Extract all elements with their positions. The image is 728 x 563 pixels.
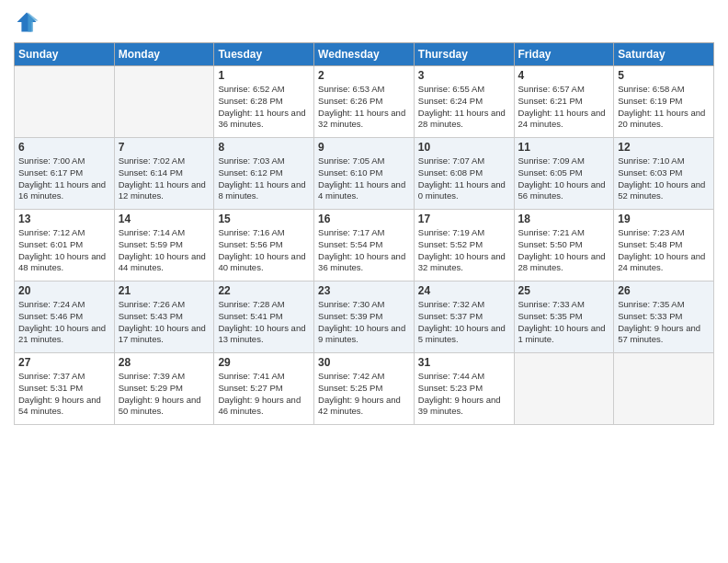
day-number: 18 [518,213,610,225]
calendar-cell: 19Sunrise: 7:23 AMSunset: 5:48 PMDayligh… [614,210,714,282]
day-info: Sunrise: 7:35 AMSunset: 5:33 PMDaylight:… [618,299,710,346]
day-info: Sunrise: 6:53 AMSunset: 6:26 PMDaylight:… [318,84,410,131]
calendar-cell: 6Sunrise: 7:00 AMSunset: 6:17 PMDaylight… [15,138,115,210]
day-info: Sunrise: 7:16 AMSunset: 5:56 PMDaylight:… [218,227,310,274]
calendar-cell: 15Sunrise: 7:16 AMSunset: 5:56 PMDayligh… [214,210,314,282]
day-info: Sunrise: 7:24 AMSunset: 5:46 PMDaylight:… [18,299,110,346]
day-info: Sunrise: 7:37 AMSunset: 5:31 PMDaylight:… [18,371,110,418]
day-number: 25 [518,284,610,297]
day-number: 9 [318,141,410,154]
day-number: 16 [318,213,410,225]
calendar-cell: 21Sunrise: 7:26 AMSunset: 5:43 PMDayligh… [114,282,214,353]
calendar-week-row: 13Sunrise: 7:12 AMSunset: 6:01 PMDayligh… [15,210,714,282]
weekday-header: Saturday [614,43,714,66]
calendar-cell: 2Sunrise: 6:53 AMSunset: 6:26 PMDaylight… [314,66,415,138]
svg-marker-0 [17,13,37,32]
day-number: 21 [119,284,210,297]
day-info: Sunrise: 7:10 AMSunset: 6:03 PMDaylight:… [618,155,710,202]
day-number: 24 [418,284,510,297]
day-number: 31 [418,356,510,369]
logo-icon [14,9,40,35]
calendar-cell: 27Sunrise: 7:37 AMSunset: 5:31 PMDayligh… [15,353,115,425]
day-number: 4 [518,69,610,82]
day-number: 3 [418,69,510,82]
weekday-header: Friday [514,43,614,66]
day-info: Sunrise: 7:33 AMSunset: 5:35 PMDaylight:… [518,299,610,346]
day-info: Sunrise: 7:41 AMSunset: 5:27 PMDaylight:… [218,371,310,418]
day-info: Sunrise: 7:00 AMSunset: 6:17 PMDaylight:… [18,155,110,202]
svg-marker-1 [28,13,38,32]
day-info: Sunrise: 6:58 AMSunset: 6:19 PMDaylight:… [618,84,710,131]
calendar-cell: 3Sunrise: 6:55 AMSunset: 6:24 PMDaylight… [414,66,514,138]
calendar-table: SundayMondayTuesdayWednesdayThursdayFrid… [14,42,714,425]
calendar-cell: 31Sunrise: 7:44 AMSunset: 5:23 PMDayligh… [414,353,514,425]
calendar-cell: 22Sunrise: 7:28 AMSunset: 5:41 PMDayligh… [214,282,314,353]
day-info: Sunrise: 6:55 AMSunset: 6:24 PMDaylight:… [418,84,510,131]
calendar-cell [114,66,214,138]
day-info: Sunrise: 7:12 AMSunset: 6:01 PMDaylight:… [18,227,110,274]
day-info: Sunrise: 7:05 AMSunset: 6:10 PMDaylight:… [318,155,410,202]
day-info: Sunrise: 6:57 AMSunset: 6:21 PMDaylight:… [518,84,610,131]
calendar-cell [514,353,614,425]
day-info: Sunrise: 7:03 AMSunset: 6:12 PMDaylight:… [218,155,310,202]
day-number: 14 [119,213,210,225]
day-number: 22 [218,284,310,297]
weekday-header: Wednesday [314,43,415,66]
day-number: 30 [318,356,410,369]
calendar-cell: 16Sunrise: 7:17 AMSunset: 5:54 PMDayligh… [314,210,415,282]
calendar-cell: 7Sunrise: 7:02 AMSunset: 6:14 PMDaylight… [114,138,214,210]
calendar-header-row: SundayMondayTuesdayWednesdayThursdayFrid… [15,43,714,66]
day-number: 1 [218,69,310,82]
calendar-cell: 20Sunrise: 7:24 AMSunset: 5:46 PMDayligh… [15,282,115,353]
calendar-cell: 23Sunrise: 7:30 AMSunset: 5:39 PMDayligh… [314,282,415,353]
weekday-header: Sunday [15,43,115,66]
page-header [14,9,714,35]
day-info: Sunrise: 7:26 AMSunset: 5:43 PMDaylight:… [119,299,210,346]
calendar-cell: 17Sunrise: 7:19 AMSunset: 5:52 PMDayligh… [414,210,514,282]
day-info: Sunrise: 7:23 AMSunset: 5:48 PMDaylight:… [618,227,710,274]
day-info: Sunrise: 7:42 AMSunset: 5:25 PMDaylight:… [318,371,410,418]
day-info: Sunrise: 7:07 AMSunset: 6:08 PMDaylight:… [418,155,510,202]
day-info: Sunrise: 6:52 AMSunset: 6:28 PMDaylight:… [218,84,310,131]
calendar-week-row: 6Sunrise: 7:00 AMSunset: 6:17 PMDaylight… [15,138,714,210]
calendar-cell: 1Sunrise: 6:52 AMSunset: 6:28 PMDaylight… [214,66,314,138]
day-info: Sunrise: 7:14 AMSunset: 5:59 PMDaylight:… [119,227,210,274]
day-number: 10 [418,141,510,154]
day-number: 17 [418,213,510,225]
calendar-cell: 29Sunrise: 7:41 AMSunset: 5:27 PMDayligh… [214,353,314,425]
day-info: Sunrise: 7:30 AMSunset: 5:39 PMDaylight:… [318,299,410,346]
day-number: 12 [618,141,710,154]
day-number: 28 [119,356,210,369]
calendar-cell: 4Sunrise: 6:57 AMSunset: 6:21 PMDaylight… [514,66,614,138]
weekday-header: Monday [114,43,214,66]
calendar-cell: 24Sunrise: 7:32 AMSunset: 5:37 PMDayligh… [414,282,514,353]
calendar-cell: 14Sunrise: 7:14 AMSunset: 5:59 PMDayligh… [114,210,214,282]
day-number: 15 [218,213,310,225]
calendar-week-row: 27Sunrise: 7:37 AMSunset: 5:31 PMDayligh… [15,353,714,425]
logo [14,9,43,35]
calendar-cell: 26Sunrise: 7:35 AMSunset: 5:33 PMDayligh… [614,282,714,353]
day-info: Sunrise: 7:39 AMSunset: 5:29 PMDaylight:… [119,371,210,418]
day-info: Sunrise: 7:17 AMSunset: 5:54 PMDaylight:… [318,227,410,274]
page-container: SundayMondayTuesdayWednesdayThursdayFrid… [0,0,728,434]
day-number: 5 [618,69,710,82]
weekday-header: Tuesday [214,43,314,66]
day-info: Sunrise: 7:09 AMSunset: 6:05 PMDaylight:… [518,155,610,202]
day-info: Sunrise: 7:32 AMSunset: 5:37 PMDaylight:… [418,299,510,346]
day-number: 13 [18,213,110,225]
day-info: Sunrise: 7:44 AMSunset: 5:23 PMDaylight:… [418,371,510,418]
day-number: 29 [218,356,310,369]
calendar-cell: 10Sunrise: 7:07 AMSunset: 6:08 PMDayligh… [414,138,514,210]
day-number: 2 [318,69,410,82]
calendar-cell: 28Sunrise: 7:39 AMSunset: 5:29 PMDayligh… [114,353,214,425]
calendar-body: 1Sunrise: 6:52 AMSunset: 6:28 PMDaylight… [15,66,714,425]
day-info: Sunrise: 7:02 AMSunset: 6:14 PMDaylight:… [119,155,210,202]
day-number: 20 [18,284,110,297]
calendar-cell: 25Sunrise: 7:33 AMSunset: 5:35 PMDayligh… [514,282,614,353]
day-number: 27 [18,356,110,369]
calendar-cell [614,353,714,425]
calendar-cell: 11Sunrise: 7:09 AMSunset: 6:05 PMDayligh… [514,138,614,210]
calendar-cell: 30Sunrise: 7:42 AMSunset: 5:25 PMDayligh… [314,353,415,425]
calendar-cell: 8Sunrise: 7:03 AMSunset: 6:12 PMDaylight… [214,138,314,210]
calendar-cell: 13Sunrise: 7:12 AMSunset: 6:01 PMDayligh… [15,210,115,282]
